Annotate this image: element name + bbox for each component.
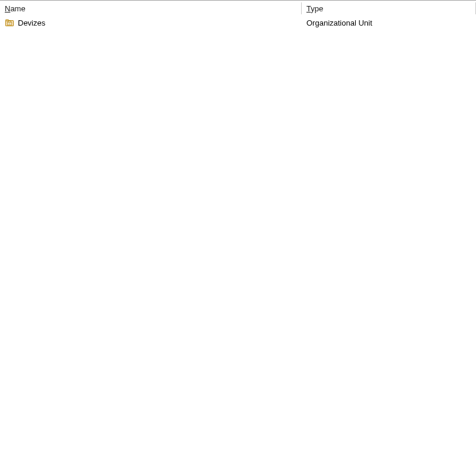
column-header-name-label: Name bbox=[5, 4, 26, 13]
column-header-type-label: Type bbox=[306, 4, 323, 13]
column-headers: Name Type bbox=[0, 1, 476, 16]
list-item-name-cell: Devizes bbox=[0, 16, 302, 29]
list-item-type: Organizational Unit bbox=[306, 18, 372, 27]
list-item-name: Devizes bbox=[18, 18, 45, 27]
list-item[interactable]: Devizes Organizational Unit bbox=[0, 16, 476, 29]
ou-folder-icon bbox=[5, 18, 14, 27]
svg-rect-1 bbox=[6, 20, 9, 21]
svg-rect-3 bbox=[8, 21, 11, 23]
list-item-type-cell: Organizational Unit bbox=[302, 16, 476, 29]
column-header-name[interactable]: Name bbox=[0, 1, 302, 16]
list-view: Name Type Devizes Organizational bbox=[0, 0, 476, 458]
column-header-type[interactable]: Type bbox=[302, 1, 476, 16]
